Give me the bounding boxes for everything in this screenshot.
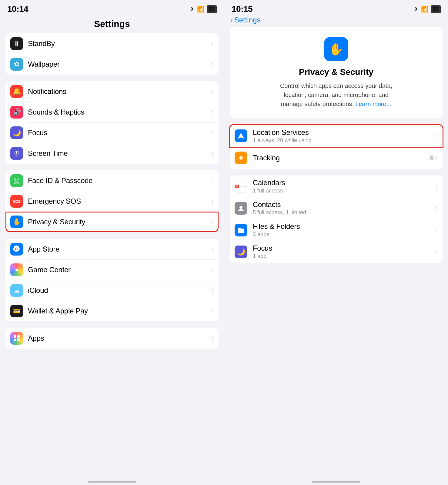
- appstore-icon: 🅐: [10, 243, 23, 256]
- back-nav: ‹ Settings: [224, 14, 448, 27]
- contacts-row[interactable]: Contacts 5 full access, 1 limited ›: [230, 197, 443, 219]
- icloud-label: iCloud: [28, 286, 209, 295]
- contacts-title: Contacts: [253, 200, 436, 209]
- svg-point-1: [15, 179, 16, 181]
- calendars-text: Calendars 1 full access: [253, 179, 436, 194]
- apps-label: Apps: [28, 334, 209, 343]
- settings-row-sos[interactable]: SOS Emergency SOS ›: [5, 191, 219, 212]
- notifications-label: Notifications: [28, 87, 209, 96]
- screentime-label: Screen Time: [28, 149, 209, 158]
- svg-marker-7: [238, 133, 244, 139]
- privacy-hero-desc: Control which apps can access your data,…: [272, 81, 400, 109]
- learn-more-link[interactable]: Learn more...: [355, 101, 391, 107]
- right-panel: 10:15 ✈ 📶 51 ‹ Settings ✋ Privacy & Secu…: [224, 0, 448, 485]
- contacts-icon: [235, 202, 247, 215]
- calendars-title: Calendars: [253, 179, 436, 187]
- settings-row-wallpaper[interactable]: ✿ Wallpaper ›: [5, 54, 219, 75]
- privacy-hand-icon: ✋: [329, 42, 344, 56]
- right-home-bar: [312, 481, 360, 483]
- location-title: Location Services: [253, 128, 436, 137]
- settings-row-standby[interactable]: ⏸ StandBy ›: [5, 33, 219, 54]
- right-status-icons: ✈ 📶 51: [413, 5, 441, 13]
- wifi-icon: 📶: [197, 5, 205, 13]
- settings-list: ⏸ StandBy › ✿ Wallpaper › 🔔 Notification…: [0, 33, 224, 474]
- tracking-title: Tracking: [253, 154, 430, 162]
- icloud-icon: ☁: [10, 284, 23, 297]
- back-chevron-icon: ‹: [230, 16, 233, 24]
- calendars-subtitle: 1 full access: [253, 188, 436, 194]
- svg-rect-6: [17, 339, 20, 341]
- svg-point-8: [239, 156, 242, 159]
- files-icon: [235, 224, 247, 236]
- settings-row-privacy[interactable]: ✋ Privacy & Security ›: [5, 212, 219, 232]
- focus-perm-row[interactable]: 🌙 Focus 1 app ›: [230, 241, 443, 263]
- settings-row-sounds[interactable]: 🔊 Sounds & Haptics ›: [5, 102, 219, 122]
- settings-row-wallet[interactable]: 💳 Wallet & Apple Pay ›: [5, 301, 219, 321]
- standby-label: StandBy: [28, 39, 209, 48]
- settings-row-appstore[interactable]: 🅐 App Store ›: [5, 239, 219, 259]
- home-bar: [88, 481, 136, 483]
- settings-row-icloud[interactable]: ☁ iCloud ›: [5, 280, 219, 301]
- location-chevron: ›: [436, 132, 438, 140]
- tracking-chevron: ›: [436, 154, 438, 162]
- right-airplane-icon: ✈: [413, 5, 419, 13]
- privacy-icon: ✋: [10, 216, 23, 228]
- location-tracking-group: Location Services 1 always, 20 while usi…: [230, 125, 443, 169]
- tracking-badge: 8: [430, 154, 433, 162]
- right-battery-indicator: 51: [431, 5, 441, 13]
- left-panel: 10:14 ✈ 📶 51 Settings ⏸ StandBy › ✿ Wall…: [0, 0, 224, 485]
- location-services-row[interactable]: Location Services 1 always, 20 while usi…: [230, 125, 443, 147]
- wallpaper-label: Wallpaper: [28, 60, 209, 69]
- back-button[interactable]: ‹ Settings: [230, 16, 442, 24]
- svg-rect-0: [13, 177, 21, 185]
- notifications-icon: 🔔: [10, 85, 23, 98]
- privacy-hero-card: ✋ Privacy & Security Control which apps …: [230, 27, 443, 118]
- settings-group-4: 🅐 App Store › ● Game Center › ☁ iCloud ›: [5, 239, 219, 321]
- wallet-icon: 💳: [10, 305, 23, 317]
- location-text: Location Services 1 always, 20 while usi…: [253, 128, 436, 144]
- calendars-icon: 31: [235, 180, 247, 193]
- settings-row-faceid[interactable]: Face ID & Passcode ›: [5, 170, 219, 191]
- calendars-row[interactable]: 31 Calendars 1 full access ›: [230, 176, 443, 197]
- screentime-icon: ⏱: [10, 147, 23, 160]
- files-chevron: ›: [436, 226, 438, 234]
- apps-icon: [10, 332, 23, 345]
- left-status-bar: 10:14 ✈ 📶 51: [0, 0, 224, 16]
- page-title: Settings: [0, 16, 224, 33]
- settings-group-3: Face ID & Passcode › SOS Emergency SOS ›…: [5, 170, 219, 232]
- right-time: 10:15: [232, 4, 252, 14]
- wallet-label: Wallet & Apple Pay: [28, 307, 209, 315]
- svg-rect-4: [17, 335, 20, 338]
- contacts-text: Contacts 5 full access, 1 limited: [253, 200, 436, 216]
- svg-rect-5: [14, 339, 16, 341]
- focus-perm-title: Focus: [253, 244, 436, 253]
- battery-indicator: 51: [207, 5, 217, 13]
- permissions-group: 31 Calendars 1 full access ›: [230, 176, 443, 263]
- settings-row-apps[interactable]: Apps ›: [5, 328, 219, 349]
- back-label: Settings: [234, 16, 261, 24]
- files-row[interactable]: Files & Folders 3 apps ›: [230, 219, 443, 241]
- settings-row-gamecenter[interactable]: ● Game Center ›: [5, 259, 219, 280]
- tracking-row[interactable]: Tracking 8 ›: [230, 147, 443, 169]
- focus-icon: 🌙: [10, 126, 23, 139]
- home-indicator: [0, 474, 224, 485]
- privacy-hero-icon: ✋: [324, 37, 348, 61]
- standby-chevron: ›: [212, 40, 214, 48]
- svg-point-2: [17, 179, 18, 181]
- left-status-icons: ✈ 📶 51: [189, 5, 217, 13]
- tracking-icon: [235, 152, 247, 164]
- settings-group-5: Apps ›: [5, 328, 219, 349]
- gamecenter-label: Game Center: [28, 266, 209, 274]
- settings-row-focus[interactable]: 🌙 Focus ›: [5, 122, 219, 143]
- right-status-bar: 10:15 ✈ 📶 51: [224, 0, 448, 14]
- settings-row-screentime[interactable]: ⏱ Screen Time ›: [5, 143, 219, 164]
- right-content: ✋ Privacy & Security Control which apps …: [224, 27, 448, 474]
- sounds-icon: 🔊: [10, 106, 23, 119]
- location-subtitle: 1 always, 20 while using: [253, 137, 436, 144]
- settings-group-2: 🔔 Notifications › 🔊 Sounds & Haptics › 🌙…: [5, 81, 219, 164]
- settings-row-notifications[interactable]: 🔔 Notifications ›: [5, 81, 219, 102]
- files-title: Files & Folders: [253, 222, 436, 231]
- right-home-indicator: [224, 474, 448, 485]
- location-icon: [235, 129, 247, 142]
- files-text: Files & Folders 3 apps: [253, 222, 436, 238]
